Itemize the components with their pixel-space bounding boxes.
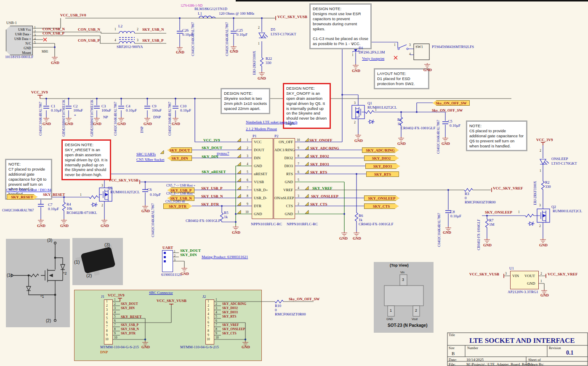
gnd-label: GND (540, 294, 549, 297)
pin-number: 3 (247, 155, 248, 158)
part-number: CR0402-FX-1001GLF (359, 222, 394, 226)
refdes: R5 (224, 211, 229, 215)
usb-connector-body[interactable]: USB Vcc USB Data - USB Data + N/C GND Mo… (6, 26, 33, 55)
net-label: SKY_CTS (222, 332, 237, 335)
ttymxc7-link[interactable]: ttymxc7 (217, 152, 229, 155)
part-value: 0 (465, 196, 467, 200)
part-number: C0402C104K4RAL7867 (438, 213, 441, 247)
part-number: GRM21BR60T107ME15K (90, 99, 94, 136)
port-sky-reset[interactable]: SKY_RESET (7, 194, 37, 200)
p2-pin: DIO3 (274, 164, 293, 168)
pin-number: 2 (101, 204, 103, 207)
gnd-label: GND (65, 122, 73, 126)
note-body: D1 placed for ESD protection from SW2. (377, 76, 415, 86)
revision-value: 0.1 (566, 350, 574, 356)
sot23-vout: Vout (412, 318, 418, 321)
net-label: SKY_DIN (180, 253, 197, 257)
part-number: ERJ-2RKF3300X (534, 181, 537, 205)
pin-number: 7 (298, 163, 299, 166)
pin-number: 8 (208, 329, 209, 333)
cn5-reset-link[interactable]: CN5_5 XBee reset# / DIO 84 (6, 188, 51, 192)
part-number: BLM18KG121TN1D (194, 7, 227, 11)
part-number: MTMM-110-04-G-S-215 (100, 345, 139, 349)
port-sky-dio3[interactable]: SKY_DIO3 (365, 163, 400, 169)
terminal-label: (1) (74, 260, 80, 264)
part-value: 1k (224, 215, 228, 219)
pin-number: 4 (409, 53, 411, 56)
port-sky-dio2[interactable]: SKY_DIO2 (364, 155, 399, 161)
port-sky-on-off-sw[interactable]: Sky_ON_OFF_SW (433, 100, 470, 106)
pin-number: 6 (114, 319, 116, 323)
cn5-usb-host-note[interactable]: CN5_8 -> USB Host - (166, 192, 194, 195)
part-number: CR0402-FX-1004GLF (477, 219, 481, 250)
usb-pin-label: USB Data + (6, 37, 31, 41)
net-label: SKY_DIO2 (310, 155, 329, 158)
pin-number: 4 (114, 311, 116, 314)
sot23-title: (Top View) (390, 264, 409, 267)
pin-number: 5 (208, 317, 209, 320)
p2-pin: ADC1/RING (274, 148, 293, 152)
pin-number: 8 (298, 155, 299, 158)
part-value: 0.10µF (51, 109, 62, 112)
pin-number: 5 (114, 315, 116, 318)
refdes: R1 (397, 118, 402, 122)
port-sky-dtr[interactable]: SKY_DTR (163, 203, 192, 209)
refdes: SW1 (415, 45, 423, 49)
gnd-label: GND (354, 139, 363, 143)
port-sky-cts[interactable]: SKY_CTS (364, 203, 399, 209)
pin-number: 9 (247, 203, 248, 206)
cn5-usb-host-note[interactable]: CN5_7 -> USB Host + (166, 184, 195, 187)
part-number: DF2S6.2FS,L3M (359, 51, 385, 54)
pin-number: 6 (208, 321, 209, 324)
cn5-dio-note[interactable]: CN5_9 DIO 40 (165, 200, 185, 203)
net-label: Sky_ON_OFF_SW (289, 297, 320, 301)
port-sky-adc-ring[interactable]: SKY_ADC/RING (362, 147, 399, 153)
net-label: SKY_CTS (310, 203, 327, 206)
part-number: AP2120N-3.3TRG1 (508, 290, 538, 294)
p2-pin: GND (274, 180, 293, 184)
sbc-connector-title[interactable]: SBC Connector (149, 291, 173, 295)
sbc-uarts-link[interactable]: SBC UARTs (136, 152, 156, 156)
pin-number: 5 (247, 171, 248, 174)
refdes: C7 (48, 203, 53, 207)
terminal-label: (1) (7, 273, 12, 278)
port-sky-dout[interactable]: SKY_DOUT (168, 147, 192, 153)
part-number: NPPN101BFLC-RC (251, 222, 282, 226)
refdes: R6 (359, 214, 363, 218)
gnd-label: GND (101, 224, 109, 228)
u1-pin: GND (527, 282, 535, 286)
pin-number: 2 (247, 147, 248, 150)
net-label: SKY_ONOFF (309, 139, 333, 142)
pin-number: 10 (297, 139, 300, 142)
verify-footprint-link[interactable]: Veriy footprint (362, 57, 384, 61)
refdes: C10 (180, 104, 186, 108)
pin-number: 3 (539, 204, 541, 207)
p2-pin: GND (274, 212, 293, 216)
part-number: C0402C104K4RAL7867 (437, 120, 440, 154)
nimbelink-link[interactable]: Nimbelink LTE soket page 16 sch (246, 120, 297, 124)
pin-number: 1 (540, 169, 541, 173)
part-value: 1k (397, 122, 401, 126)
pin-number: 3 (114, 307, 116, 310)
p1-pin: USB_D+ (254, 188, 268, 192)
terminal-label: (3) (47, 238, 52, 243)
cn5-xbee-link[interactable]: CN5 XBee Socket (136, 158, 165, 162)
mating-product-link[interactable]: Mating Product: 61900311621 (202, 255, 248, 259)
port-sky-din[interactable]: SKY_DIN (168, 155, 192, 161)
pin-number: 10 (105, 338, 109, 341)
modem-pinout-link[interactable]: 2.1.2 Modem Pinout (246, 127, 277, 131)
part-number: NPPN101BFLC-RC (287, 222, 318, 226)
pin-number: 1 (34, 26, 36, 29)
port-sky-rts[interactable]: SKY_RTS (366, 171, 399, 177)
net-label: Sky_ON_OFF_SW (432, 109, 463, 112)
p1-pin: DIN (254, 156, 261, 160)
power-label: VCC_SKY_VREF (493, 187, 523, 190)
net-label: SKY_DOUT (180, 249, 201, 253)
pin-number: 1 (258, 42, 260, 45)
usb-refdes: USB-1 (6, 21, 17, 25)
port-sky-onsleep[interactable]: SKY_ONSLEEP (364, 195, 399, 201)
gnd-label: GND (232, 231, 240, 235)
pin-number: 9 (106, 334, 108, 337)
pin-number: 7 (114, 323, 116, 327)
gnd-label: GND (339, 237, 348, 240)
